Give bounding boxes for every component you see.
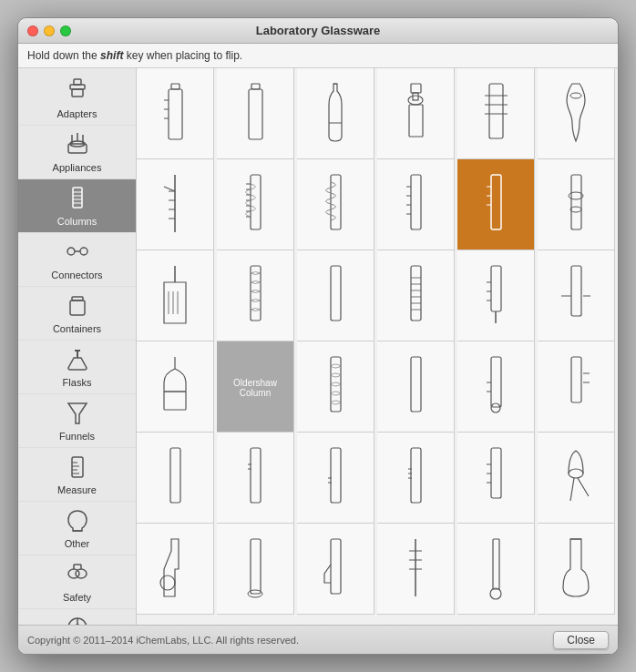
grid-cell-4-1[interactable] (217, 433, 294, 524)
grid-cell-2-0[interactable] (137, 250, 214, 341)
grid-cell-3-2[interactable] (297, 341, 374, 433)
grid-cell-0-2[interactable] (297, 68, 374, 159)
svg-rect-94 (491, 266, 501, 311)
svg-rect-102 (164, 392, 186, 410)
sidebar-item-other[interactable]: Other (18, 502, 136, 555)
svg-rect-69 (411, 175, 421, 229)
grid-cell-5-1[interactable] (217, 524, 294, 615)
svg-rect-113 (251, 448, 261, 503)
svg-point-54 (570, 93, 581, 98)
sidebar-item-columns[interactable]: Columns (18, 179, 136, 233)
grid-cell-1-1[interactable] (217, 159, 294, 250)
grid-cell-1-3[interactable] (377, 159, 455, 250)
grid-cell-4-2[interactable] (297, 433, 374, 524)
maximize-traffic-light[interactable] (60, 25, 71, 36)
svg-rect-138 (493, 539, 499, 589)
grid-cell-3-5[interactable] (538, 341, 615, 433)
sidebar-item-measure[interactable]: Measure (18, 448, 136, 502)
columns-label: Columns (57, 216, 97, 227)
grid-cell-4-5[interactable] (538, 433, 615, 524)
grid-cell-4-0[interactable] (137, 433, 214, 524)
sidebar-item-connectors[interactable]: Connectors (18, 233, 136, 287)
svg-point-130 (160, 575, 175, 590)
grid-cell-4-4[interactable] (457, 433, 535, 524)
grid-cell-5-5[interactable] (538, 524, 615, 615)
grid-cell-3-1[interactable]: OldershawColumn (217, 341, 294, 433)
connectors-label: Connectors (51, 270, 102, 280)
grid-cell-0-5[interactable] (538, 68, 615, 159)
sidebar-item-appliances[interactable]: Appliances (18, 126, 136, 179)
content-area: Adapters Appliances (18, 68, 618, 625)
svg-rect-131 (251, 539, 261, 594)
minimize-traffic-light[interactable] (44, 25, 55, 36)
svg-line-128 (570, 478, 574, 501)
measure-icon (65, 453, 90, 483)
svg-rect-20 (72, 457, 83, 477)
grid-cell-4-3[interactable] (377, 433, 455, 524)
funnels-label: Funnels (59, 431, 95, 442)
grid-cell-1-5[interactable] (538, 159, 615, 250)
hint-text: Hold down the shift key when placing to … (27, 49, 242, 62)
svg-rect-104 (411, 357, 421, 412)
svg-point-80 (570, 207, 581, 212)
sidebar-item-funnels[interactable]: Funnels (18, 394, 136, 448)
grid-cell-5-2[interactable] (297, 524, 374, 615)
svg-rect-43 (249, 89, 262, 139)
grid-cell-3-0[interactable] (137, 341, 214, 433)
appliances-icon (65, 131, 90, 160)
adapters-icon (65, 77, 90, 107)
adapters-label: Adapters (56, 108, 97, 119)
sidebar-item-adapters[interactable]: Adapters (18, 72, 136, 126)
grid-cell-0-1[interactable] (217, 68, 294, 159)
tooltip-label: OldershawColumn (233, 378, 277, 398)
svg-rect-37 (171, 84, 180, 89)
grid-cell-0-3[interactable] (377, 68, 455, 159)
grid-area: OldershawColumn (137, 68, 618, 625)
grid-cell-5-0[interactable] (137, 524, 214, 615)
svg-point-139 (490, 588, 501, 599)
svg-rect-0 (74, 79, 81, 85)
sidebar-item-safety[interactable]: Safety (18, 555, 136, 609)
grid-cell-2-1[interactable] (217, 250, 294, 341)
svg-rect-38 (169, 89, 182, 139)
grid-cell-1-2[interactable] (297, 159, 374, 250)
svg-point-27 (76, 569, 87, 578)
grid-cell-2-3[interactable] (377, 250, 455, 341)
grid-cell-3-4[interactable] (457, 341, 535, 433)
connectors-icon (65, 239, 90, 268)
grid-cell-2-2[interactable] (297, 250, 374, 341)
svg-rect-123 (491, 448, 501, 498)
sidebar: Adapters Appliances (18, 68, 137, 625)
svg-rect-8 (73, 188, 82, 208)
flasks-label: Flasks (63, 377, 92, 388)
svg-rect-42 (251, 84, 260, 89)
svg-line-129 (578, 478, 589, 496)
sidebar-item-flasks[interactable]: Flasks (18, 341, 136, 394)
close-traffic-light[interactable] (27, 25, 38, 36)
sidebar-item-containers[interactable]: Containers (18, 287, 136, 341)
svg-rect-78 (571, 175, 581, 229)
other-label: Other (65, 538, 90, 549)
grid-cell-2-5[interactable] (538, 250, 615, 341)
columns-icon (65, 185, 90, 214)
grid-cell-5-4[interactable] (457, 524, 535, 615)
grid-cell-0-4[interactable] (457, 68, 535, 159)
measure-label: Measure (57, 484, 97, 495)
grid-cell-1-0[interactable] (137, 159, 214, 250)
svg-rect-2 (72, 89, 83, 97)
sidebar-item-symbols[interactable]: Symbols (18, 609, 136, 625)
svg-point-127 (569, 469, 583, 478)
grid-cell-1-4[interactable] (457, 159, 535, 250)
safety-icon (65, 561, 90, 590)
grid: OldershawColumn (137, 68, 618, 615)
grid-cell-5-3[interactable] (377, 524, 455, 615)
svg-rect-49 (409, 105, 423, 137)
grid-cell-3-3[interactable] (377, 341, 455, 433)
grid-cell-2-4[interactable] (457, 250, 535, 341)
grid-cell-0-0[interactable] (137, 68, 214, 159)
close-button[interactable]: Close (553, 631, 609, 649)
svg-rect-50 (489, 84, 503, 138)
copyright-text: Copyright © 2011–2014 iChemLabs, LLC. Al… (27, 635, 299, 646)
svg-rect-133 (331, 539, 341, 594)
funnels-icon (65, 400, 90, 429)
